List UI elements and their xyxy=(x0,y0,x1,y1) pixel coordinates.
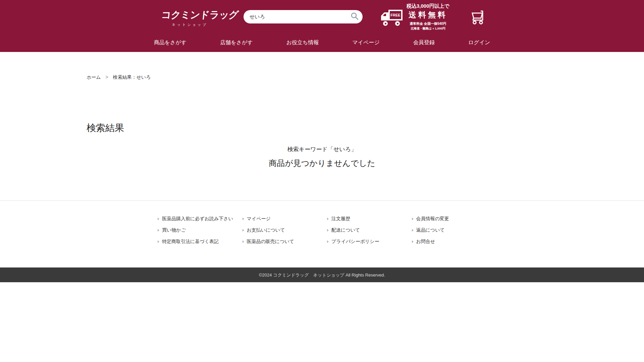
footer-link-contact[interactable]: お問合せ xyxy=(412,238,497,245)
nav-item-login[interactable]: ログイン xyxy=(468,39,490,46)
page-title: 検索結果 xyxy=(87,122,644,134)
footer-link-cart[interactable]: 買い物かご xyxy=(158,227,243,234)
shipping-remote-fee: 北海道・離島は＋1,000円 xyxy=(407,26,449,31)
arrow-right-icon xyxy=(243,218,244,220)
nav-item-stores[interactable]: 店舗をさがす xyxy=(220,39,253,46)
arrow-right-icon xyxy=(327,218,329,220)
arrow-right-icon xyxy=(327,229,329,232)
no-results-message: 商品が見つかりませんでした xyxy=(0,158,644,169)
truck-wheel xyxy=(383,21,388,26)
truck-wheel xyxy=(395,21,400,26)
truck-box: FREE xyxy=(388,10,402,20)
truck-cab xyxy=(381,12,389,20)
nav-item-products[interactable]: 商品をさがす xyxy=(154,39,187,46)
footer-column-3: 注文履歴 配送について プライバシーポリシー xyxy=(327,216,412,250)
footer-link-returns[interactable]: 返品について xyxy=(412,227,497,234)
arrow-right-icon xyxy=(158,218,159,220)
arrow-right-icon xyxy=(412,218,414,220)
footer-link-label: 医薬品購入前に必ずお読み下さい xyxy=(162,216,233,222)
footer-link-label: プライバシーポリシー xyxy=(331,239,379,245)
main-content: 検索結果 検索キーワード「せいろ」 商品が見つかりませんでした xyxy=(0,122,644,169)
site-footer: 医薬品購入前に必ずお読み下さい 買い物かご 特定商取引法に基づく表記 マイページ xyxy=(0,200,644,282)
arrow-right-icon xyxy=(158,240,159,243)
arrow-right-icon xyxy=(158,229,159,232)
page: コクミンドラッグ ネットショップ FREE xyxy=(0,0,644,282)
search-icon xyxy=(350,12,359,21)
footer-link-privacy-policy[interactable]: プライバシーポリシー xyxy=(327,238,412,245)
nav-item-mypage[interactable]: マイページ xyxy=(352,39,380,46)
footer-link-label: お支払いについて xyxy=(247,227,285,233)
main-nav: 商品をさがす 店舗をさがす お役立ち情報 マイページ 会員登録 ログイン xyxy=(0,34,644,52)
copyright-bar: ©2024 コクミンドラッグ ネットショップ All Rights Reserv… xyxy=(0,267,644,282)
footer-link-label: お問合せ xyxy=(416,239,435,245)
footer-column-4: 会員情報の変更 返品について お問合せ xyxy=(412,216,497,250)
footer-link-label: 医薬品の販売について xyxy=(247,239,294,245)
footer-link-label: 特定商取引法に基づく表記 xyxy=(162,239,219,245)
breadcrumb-home-link[interactable]: ホーム xyxy=(87,74,101,80)
site-logo[interactable]: コクミンドラッグ ネットショップ xyxy=(161,6,217,27)
truck-icon: FREE xyxy=(381,8,403,26)
shipping-text: 税込3,000円以上で 送料無料 通常料金 全国一律540円 北海道・離島は＋1… xyxy=(407,3,449,31)
shipping-free-label: 送料無料 xyxy=(407,10,449,20)
footer-column-2: マイページ お支払いについて 医薬品の販売について xyxy=(243,216,327,250)
logo-title: コクミンドラッグ xyxy=(161,8,217,22)
footer-link-mypage[interactable]: マイページ xyxy=(243,216,327,222)
arrow-right-icon xyxy=(327,240,329,243)
footer-link-grid: 医薬品購入前に必ずお読み下さい 買い物かご 特定商取引法に基づく表記 マイページ xyxy=(148,216,496,250)
footer-link-drug-notice[interactable]: 医薬品購入前に必ずお読み下さい xyxy=(158,216,243,222)
footer-link-drug-sales[interactable]: 医薬品の販売について xyxy=(243,238,327,245)
arrow-right-icon xyxy=(412,240,414,243)
copyright-text: ©2024 コクミンドラッグ ネットショップ All Rights Reserv… xyxy=(259,273,385,278)
search-keyword-line: 検索キーワード「せいろ」 xyxy=(0,145,644,153)
cart-button[interactable] xyxy=(469,8,486,25)
nav-item-register[interactable]: 会員登録 xyxy=(413,39,435,46)
search-box xyxy=(244,10,363,23)
footer-link-member-info[interactable]: 会員情報の変更 xyxy=(412,216,497,222)
footer-link-label: 会員情報の変更 xyxy=(416,216,449,222)
site-header: コクミンドラッグ ネットショップ FREE xyxy=(0,0,644,52)
free-badge: FREE xyxy=(390,13,400,17)
arrow-right-icon xyxy=(243,240,244,243)
logo-subtitle: ネットショップ xyxy=(161,22,217,27)
free-shipping-banner: FREE 税込3,000円以上で 送料無料 通常料金 全国一律540円 北海道・… xyxy=(381,3,449,31)
shipping-threshold: 税込3,000円以上で xyxy=(407,3,449,9)
search-button[interactable] xyxy=(349,12,360,22)
shipping-normal-fee: 通常料金 全国一律540円 xyxy=(407,21,449,26)
footer-link-label: 配送について xyxy=(331,227,360,233)
footer-links: 医薬品購入前に必ずお読み下さい 買い物かご 特定商取引法に基づく表記 マイページ xyxy=(0,200,644,267)
footer-link-order-history[interactable]: 注文履歴 xyxy=(327,216,412,222)
breadcrumb-separator: > xyxy=(106,74,108,80)
footer-link-label: 返品について xyxy=(416,227,445,233)
arrow-right-icon xyxy=(412,229,414,232)
arrow-right-icon xyxy=(243,229,244,232)
footer-link-payment[interactable]: お支払いについて xyxy=(243,227,327,234)
breadcrumb: ホーム > 検索結果：せいろ xyxy=(87,74,644,80)
cart-icon xyxy=(469,8,486,25)
nav-item-info[interactable]: お役立ち情報 xyxy=(286,39,319,46)
footer-link-commercial-law[interactable]: 特定商取引法に基づく表記 xyxy=(158,238,243,245)
search-input[interactable] xyxy=(244,10,363,23)
footer-link-label: 注文履歴 xyxy=(331,216,350,222)
breadcrumb-current: 検索結果：せいろ xyxy=(113,74,151,80)
footer-column-1: 医薬品購入前に必ずお読み下さい 買い物かご 特定商取引法に基づく表記 xyxy=(158,216,243,250)
footer-link-label: 買い物かご xyxy=(162,227,186,233)
footer-link-delivery[interactable]: 配送について xyxy=(327,227,412,234)
footer-link-label: マイページ xyxy=(247,216,271,222)
header-top: コクミンドラッグ ネットショップ FREE xyxy=(161,0,483,34)
